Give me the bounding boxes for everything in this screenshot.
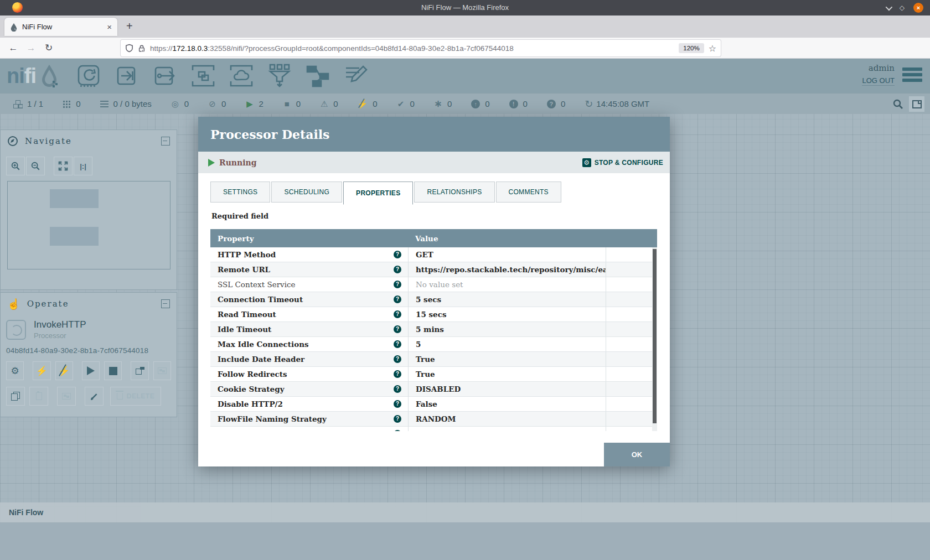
property-value[interactable]: DISABLED	[408, 382, 606, 396]
property-value[interactable]: No value set	[408, 277, 606, 292]
help-icon[interactable]: ?	[394, 370, 401, 378]
tab-comments[interactable]: COMMENTS	[496, 182, 561, 203]
global-menu-icon[interactable]	[902, 68, 922, 82]
stop-and-configure-button[interactable]: ⚙ STOP & CONFIGURE	[582, 158, 663, 167]
table-row[interactable]: HTTP Method?GET	[210, 247, 657, 262]
collapse-operate-icon[interactable]	[161, 299, 170, 308]
help-icon[interactable]: ?	[394, 340, 401, 348]
property-value[interactable]: True	[408, 352, 606, 366]
property-value[interactable]: 15 secs	[408, 307, 606, 322]
property-value[interactable]: No value set	[408, 427, 606, 431]
forward-button[interactable]: →	[22, 43, 40, 54]
window-titlebar[interactable]: NiFi Flow — Mozilla Firefox ◇ ×	[0, 0, 930, 15]
back-button[interactable]: ←	[4, 43, 22, 54]
help-icon[interactable]: ?	[394, 385, 401, 393]
enable-button[interactable]: ⚡	[33, 361, 50, 380]
property-value[interactable]: 5 mins	[408, 322, 606, 336]
window-shade-icon[interactable]	[885, 3, 892, 11]
nifi-logo[interactable]: nifi	[7, 63, 60, 89]
bookmark-star-icon[interactable]: ☆	[709, 43, 716, 54]
group-button[interactable]	[57, 387, 76, 406]
tab-close-icon[interactable]: ×	[107, 22, 112, 32]
upload-template-button[interactable]	[153, 361, 171, 380]
help-icon[interactable]: ?	[394, 310, 401, 318]
refresh-icon[interactable]: ↻	[585, 98, 593, 110]
processor-icon[interactable]	[76, 63, 101, 89]
start-button[interactable]	[82, 361, 100, 380]
zoom-level-badge[interactable]: 120%	[679, 43, 704, 53]
help-icon[interactable]: ?	[394, 266, 401, 273]
property-value[interactable]: True	[408, 367, 606, 381]
property-value[interactable]: RANDOM	[408, 412, 606, 426]
property-value[interactable]: 5	[408, 337, 606, 351]
shield-icon[interactable]	[125, 44, 133, 53]
url-bar[interactable]: https://172.18.0.3:32558/nifi/?processGr…	[121, 40, 721, 56]
zoom-actual-size-button[interactable]: |:|	[74, 157, 92, 175]
property-value[interactable]: False	[408, 397, 606, 411]
create-template-button[interactable]	[131, 361, 148, 380]
tab-scheduling[interactable]: SCHEDULING	[271, 182, 342, 203]
paste-button[interactable]	[29, 387, 48, 406]
logout-link[interactable]: LOG OUT	[862, 76, 895, 86]
label-icon[interactable]	[343, 63, 369, 89]
remote-process-group-icon[interactable]	[229, 63, 254, 89]
help-icon[interactable]: ?	[394, 355, 401, 363]
table-row[interactable]: Read Timeout?15 secs	[210, 307, 657, 322]
help-icon[interactable]: ?	[394, 325, 401, 333]
table-row[interactable]: Remote URL?https://repo.stackable.tech/r…	[210, 262, 657, 277]
change-color-button[interactable]	[85, 387, 104, 406]
process-group-icon[interactable]	[190, 63, 216, 89]
row-spacer	[606, 307, 657, 322]
property-value[interactable]: 5 secs	[408, 292, 606, 307]
delete-button[interactable]: DELETE	[110, 387, 161, 406]
help-icon[interactable]: ?	[394, 251, 401, 258]
help-icon[interactable]: ?	[394, 281, 401, 288]
new-tab-button[interactable]: +	[126, 20, 133, 33]
table-row[interactable]: Connection Timeout?5 secs	[210, 292, 657, 307]
zoom-fit-button[interactable]	[54, 157, 73, 175]
funnel-icon[interactable]	[267, 63, 292, 89]
table-row[interactable]: Cookie Strategy?DISABLED	[210, 382, 657, 397]
zoom-in-button[interactable]	[6, 157, 25, 175]
window-maximize-icon[interactable]: ◇	[900, 4, 905, 12]
help-icon[interactable]: ?	[394, 430, 401, 431]
search-icon[interactable]	[892, 98, 903, 110]
tab-settings[interactable]: SETTINGS	[210, 182, 270, 203]
url-text[interactable]: https://172.18.0.3:32558/nifi/?processGr…	[150, 44, 674, 53]
property-value[interactable]: GET	[408, 247, 606, 262]
table-row[interactable]: Attributes to Send?No value set	[210, 427, 657, 431]
stop-button[interactable]	[104, 361, 122, 380]
copy-button[interactable]	[6, 387, 25, 406]
bulletin-board-button[interactable]	[909, 96, 924, 112]
zoom-out-button[interactable]	[26, 157, 45, 175]
tab-relationships[interactable]: RELATIONSHIPS	[414, 182, 494, 203]
table-row[interactable]: Follow Redirects?True	[210, 367, 657, 382]
breadcrumb[interactable]: NiFi Flow	[0, 502, 930, 522]
tab-properties[interactable]: PROPERTIES	[343, 182, 413, 205]
help-icon[interactable]: ?	[394, 415, 401, 423]
property-value[interactable]: https://repo.stackable.tech/repository/m…	[408, 262, 606, 277]
table-scrollbar[interactable]	[652, 247, 657, 431]
help-icon[interactable]: ?	[394, 400, 401, 408]
table-row[interactable]: Include Date Header?True	[210, 352, 657, 367]
help-icon[interactable]: ?	[394, 295, 401, 303]
table-row[interactable]: Idle Timeout?5 mins	[210, 322, 657, 337]
table-row[interactable]: Max Idle Connections?5	[210, 337, 657, 352]
browser-tab[interactable]: NiFi Flow ×	[4, 18, 117, 36]
disable-button[interactable]: ⚡	[55, 361, 73, 380]
collapse-navigate-icon[interactable]	[161, 137, 170, 146]
template-icon[interactable]	[305, 63, 330, 89]
reload-button[interactable]: ↻	[40, 42, 58, 54]
table-row[interactable]: SSL Context Service?No value set	[210, 277, 657, 292]
lock-warning-icon[interactable]	[138, 44, 146, 53]
scrollbar-thumb[interactable]	[653, 249, 657, 423]
ok-button[interactable]: OK	[604, 443, 670, 466]
breadcrumb-root[interactable]: NiFi Flow	[9, 508, 43, 517]
table-row[interactable]: Disable HTTP/2?False	[210, 397, 657, 412]
table-row[interactable]: FlowFile Naming Strategy?RANDOM	[210, 412, 657, 427]
window-close-button[interactable]: ×	[913, 3, 923, 13]
output-port-icon[interactable]	[152, 63, 178, 89]
input-port-icon[interactable]	[114, 63, 140, 89]
configure-button[interactable]: ⚙	[6, 361, 24, 380]
minimap[interactable]	[7, 181, 170, 269]
